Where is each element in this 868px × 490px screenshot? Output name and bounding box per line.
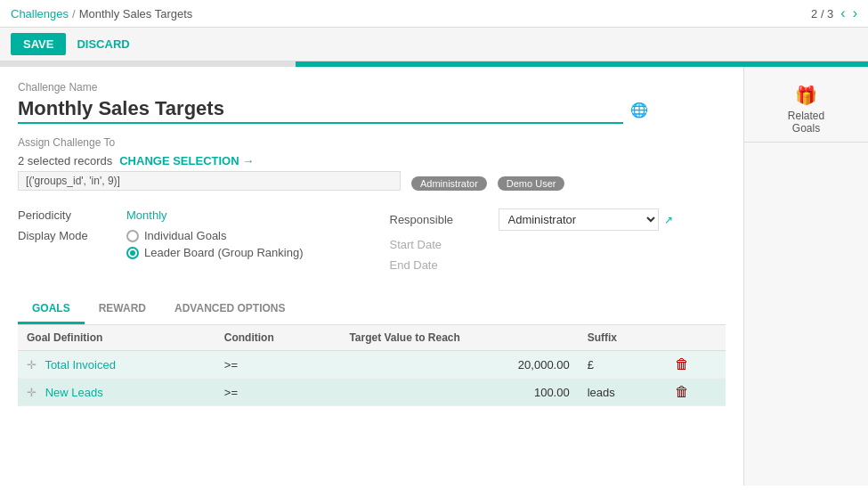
breadcrumb-parent[interactable]: Challenges	[11, 7, 69, 20]
delete-button-1[interactable]: 🗑	[675, 356, 689, 372]
display-mode-radio-group: Individual Goals Leader Board (Group Ran…	[126, 229, 304, 259]
start-date-label: Start Date	[390, 238, 442, 251]
responsible-label: Responsible	[390, 213, 488, 226]
breadcrumb: Challenges / Monthly Sales Targets	[11, 7, 192, 20]
radio-individual-goals[interactable]: Individual Goals	[126, 229, 304, 242]
col-target-value: Target Value to Reach	[340, 325, 578, 351]
challenge-name-input[interactable]	[18, 95, 623, 124]
globe-icon: 🌐	[630, 102, 648, 118]
radio-circle-individual	[126, 230, 139, 242]
challenge-name-label: Challenge Name	[18, 81, 726, 94]
form-col-left: Periodicity Monthly Display Mode Individ…	[18, 208, 354, 279]
breadcrumb-separator: /	[72, 7, 76, 20]
save-button[interactable]: SAVE	[11, 33, 66, 55]
suffix-cell-1: £	[579, 351, 667, 379]
delete-button-2[interactable]: 🗑	[675, 384, 689, 399]
progress-bar-fill	[296, 61, 869, 67]
table-row: ✛ New Leads >= 100.00 leads 🗑	[18, 379, 726, 406]
nav-controls: 2 / 3 ‹ ›	[811, 5, 857, 21]
tabs-container: GOALS REWARD ADVANCED OPTIONS	[18, 295, 726, 325]
display-mode-label: Display Mode	[18, 229, 116, 242]
radio-label-individual: Individual Goals	[144, 229, 227, 242]
goal-link-2[interactable]: New Leads	[45, 386, 103, 399]
periodicity-field: Periodicity Monthly	[18, 208, 354, 222]
target-value-cell-1: 20,000.00	[340, 351, 578, 379]
tab-goals[interactable]: GOALS	[18, 295, 85, 324]
selected-count: 2 selected records	[18, 154, 112, 167]
delete-cell-2: 🗑	[666, 379, 726, 406]
radio-circle-leader-board	[126, 247, 139, 259]
discard-button[interactable]: DISCARD	[77, 37, 129, 51]
target-value-cell-2: 100.00	[340, 379, 578, 406]
action-bar: SAVE DISCARD	[0, 28, 868, 61]
content-area: Challenge Name 🌐 Assign Challenge To 2 s…	[0, 67, 743, 486]
assign-row: 2 selected records CHANGE SELECTION →	[18, 154, 726, 167]
radio-leader-board[interactable]: Leader Board (Group Ranking)	[126, 246, 304, 259]
goal-def-cell-2: ✛ New Leads	[18, 379, 215, 406]
periodicity-value: Monthly	[126, 208, 167, 222]
sidebar-item-related-goals[interactable]: 🎁 RelatedGoals	[744, 78, 868, 143]
drag-handle-2[interactable]: ✛	[27, 386, 37, 399]
tag-administrator: Administrator	[411, 176, 487, 191]
sidebar: 🎁 RelatedGoals	[743, 67, 868, 486]
drag-handle-1[interactable]: ✛	[27, 358, 37, 372]
breadcrumb-current: Monthly Sales Targets	[79, 7, 193, 20]
display-mode-field: Display Mode Individual Goals Leader Boa…	[18, 229, 354, 259]
sidebar-label-related-goals: RelatedGoals	[788, 110, 824, 135]
end-date-field: End Date	[390, 258, 726, 272]
tab-advanced-options[interactable]: ADVANCED OPTIONS	[160, 295, 299, 324]
col-actions	[666, 325, 726, 351]
col-goal-definition: Goal Definition	[18, 325, 215, 351]
gift-icon: 🎁	[795, 85, 817, 106]
form-col-right: Responsible Administrator ↗ Start Date E…	[390, 208, 726, 279]
condition-cell-2: >=	[215, 379, 341, 406]
periodicity-label: Periodicity	[18, 208, 116, 222]
domain-display: [('groups_id', 'in', 9)]	[18, 171, 401, 191]
condition-cell-1: >=	[215, 351, 341, 379]
suffix-cell-2: leads	[579, 379, 667, 406]
table-row: ✛ Total Invoiced >= 20,000.00 £ 🗑	[18, 351, 726, 379]
col-condition: Condition	[215, 325, 341, 351]
responsible-row: Administrator ↗	[499, 208, 673, 231]
main-layout: Challenge Name 🌐 Assign Challenge To 2 s…	[0, 67, 868, 486]
assign-challenge-label: Assign Challenge To	[18, 136, 726, 149]
start-date-field: Start Date	[390, 238, 726, 251]
external-link-icon[interactable]: ↗	[664, 214, 673, 226]
progress-bar-container	[0, 61, 868, 67]
next-arrow[interactable]: ›	[853, 5, 857, 21]
goal-link-1[interactable]: Total Invoiced	[45, 358, 116, 372]
top-bar: Challenges / Monthly Sales Targets 2 / 3…	[0, 0, 868, 28]
prev-arrow[interactable]: ‹	[840, 5, 845, 21]
form-row: Periodicity Monthly Display Mode Individ…	[18, 208, 726, 279]
tab-reward[interactable]: REWARD	[85, 295, 160, 324]
end-date-label: End Date	[390, 258, 438, 272]
change-selection-button[interactable]: CHANGE SELECTION →	[119, 154, 254, 167]
goal-def-cell-1: ✛ Total Invoiced	[18, 351, 215, 379]
responsible-select[interactable]: Administrator	[499, 208, 659, 231]
radio-label-leader-board: Leader Board (Group Ranking)	[144, 246, 304, 259]
goals-table: Goal Definition Condition Target Value t…	[18, 325, 726, 406]
delete-cell-1: 🗑	[666, 351, 726, 379]
record-position: 2 / 3	[811, 7, 833, 20]
tag-demo-user: Demo User	[498, 176, 565, 191]
responsible-field: Responsible Administrator ↗	[390, 208, 726, 231]
col-suffix: Suffix	[579, 325, 667, 351]
